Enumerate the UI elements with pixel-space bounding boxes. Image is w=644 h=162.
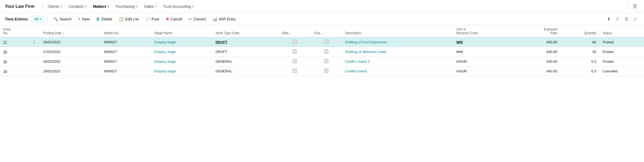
cell-matter-no: M00027 xyxy=(101,66,151,76)
cell-description[interactable]: Drafting of Welcome Letter xyxy=(342,47,453,57)
chargeable-checkbox[interactable] xyxy=(324,59,328,63)
search-icon: 🔍 xyxy=(53,17,58,22)
cell-posting-date: 16/02/2022 xyxy=(40,57,101,66)
cancel-icon: ✕ xyxy=(166,17,169,22)
delete-button[interactable]: 🗑 Delete xyxy=(93,15,115,23)
col-posting-date[interactable]: Posting Date xyxy=(40,25,101,37)
cell-stage-name[interactable]: Enquiry stage xyxy=(151,57,212,66)
cell-entry-no: 35 xyxy=(0,57,29,66)
nav-item-sales[interactable]: Sales ∨ xyxy=(141,3,159,10)
billable-checkbox[interactable] xyxy=(293,59,297,63)
cell-row-menu xyxy=(29,47,40,57)
edit-list-icon: 📋 xyxy=(119,17,124,22)
col-status: Status xyxy=(600,25,644,37)
cell-work-type-code: GENERAL xyxy=(212,66,279,76)
filter-button[interactable]: ▽ xyxy=(614,15,621,23)
expand-button[interactable]: ⤢ xyxy=(631,15,639,23)
cell-posting-date: 18/02/2022 xyxy=(40,37,101,47)
cell-stage-name[interactable]: Enquiry stage xyxy=(151,47,212,57)
cell-unit-measure: MIN xyxy=(453,47,510,57)
cell-chargeable xyxy=(311,37,342,47)
billable-checkbox[interactable] xyxy=(293,40,297,44)
table-row[interactable]: 3617/02/2022M00027Enquiry stageDRAFTDraf… xyxy=(0,47,644,57)
nav-item-contacts[interactable]: Contacts ∨ xyxy=(66,3,89,10)
cell-expected-rate: 640.00 xyxy=(510,57,560,66)
table-row[interactable]: 3516/02/2022M00027Enquiry stageGENERALCo… xyxy=(0,57,644,66)
cell-matter-no: M00027 xyxy=(101,57,151,66)
entry-no-link[interactable]: 37 xyxy=(3,40,7,44)
cell-status: Posted xyxy=(600,37,644,47)
top-nav: Your Law Firm Clients ∨ Contacts ∨ Matte… xyxy=(0,0,644,13)
cell-chargeable xyxy=(311,47,342,57)
cancel-button[interactable]: ✕ Cancel xyxy=(163,15,185,23)
col-work-type-code: Work Type Code xyxy=(212,25,279,37)
entry-no-link[interactable]: 36 xyxy=(3,50,7,54)
cell-unit-measure: MIN xyxy=(453,37,510,47)
col-expected-rate: ExpectedRate xyxy=(510,25,560,37)
cell-chargeable xyxy=(311,66,342,76)
edit-list-button[interactable]: 📋 Edit List xyxy=(116,15,141,23)
cell-quantity: 84 xyxy=(560,37,600,47)
cell-stage-name[interactable]: Enquiry stage xyxy=(151,37,212,47)
columns-button[interactable]: ☰ xyxy=(622,15,630,23)
new-button[interactable]: + New xyxy=(75,15,92,23)
share-button[interactable]: ⬆ xyxy=(605,15,613,23)
cell-status: Posted xyxy=(600,47,644,57)
toolbar-separator xyxy=(47,16,48,23)
chevron-down-icon: ∨ xyxy=(60,5,62,8)
filter-all-button[interactable]: All ∨ xyxy=(31,16,45,23)
cell-matter-no: M00027 xyxy=(101,47,151,57)
columns-icon: ☰ xyxy=(625,17,628,22)
cell-billable xyxy=(279,37,311,47)
entry-no-link[interactable]: 34 xyxy=(3,69,7,73)
cell-stage-name[interactable]: Enquiry stage xyxy=(151,66,212,76)
correct-button[interactable]: ↩ Correct xyxy=(186,15,209,23)
chargeable-checkbox[interactable] xyxy=(324,69,328,73)
cell-work-type-code: DRAFT xyxy=(212,47,279,57)
cell-quantity: 0.3 xyxy=(560,66,600,76)
post-icon: 📄 xyxy=(145,17,150,22)
search-button[interactable]: 🔍 Search xyxy=(50,15,74,23)
cell-unit-measure: HOUR xyxy=(453,66,510,76)
expand-icon: ⤢ xyxy=(633,17,637,22)
cell-quantity: 30 xyxy=(560,47,600,57)
table-row[interactable]: 3416/02/2022M00027Enquiry stageGENERALCo… xyxy=(0,66,644,76)
cell-row-menu xyxy=(29,66,40,76)
cell-description[interactable]: Conflict check 2 xyxy=(342,57,453,66)
nav-item-matters[interactable]: Matters ∨ xyxy=(90,3,112,10)
toolbar: Time Entries: All ∨ 🔍 Search + New 🗑 Del… xyxy=(0,13,644,25)
chargeable-checkbox[interactable] xyxy=(324,40,328,44)
table-row[interactable]: 37⋮18/02/2022M00027Enquiry stageDRAFTDra… xyxy=(0,37,644,47)
chargeable-checkbox[interactable] xyxy=(324,49,328,54)
cell-posting-date: 17/02/2022 xyxy=(40,47,101,57)
nav-item-purchasing[interactable]: Purchasing ∨ xyxy=(113,3,140,10)
col-quantity: Quantity xyxy=(560,25,600,37)
nav-items: Clients ∨ Contacts ∨ Matters ∨ Purchasin… xyxy=(45,3,625,10)
col-description: Description xyxy=(342,25,453,37)
cell-expected-rate: 640.00 xyxy=(510,47,560,57)
hamburger-menu-button[interactable]: ☰ xyxy=(631,2,639,10)
cell-work-type-code: GENERAL xyxy=(212,57,279,66)
wip-icon: 📊 xyxy=(212,17,217,22)
wip-entry-button[interactable]: 📊 WIP Entry xyxy=(210,15,238,23)
time-entries-table: EntryNo. Posting Date Matter No. Stage N… xyxy=(0,25,644,76)
nav-item-clients[interactable]: Clients ∨ xyxy=(45,3,65,10)
chevron-down-icon: ∨ xyxy=(192,5,194,8)
chevron-down-icon: ∨ xyxy=(107,5,109,8)
filter-icon: ▽ xyxy=(616,17,619,22)
correct-icon: ↩ xyxy=(189,17,192,22)
col-chargeable: Cha... xyxy=(311,25,342,37)
post-button[interactable]: 📄 Post xyxy=(143,15,162,23)
row-menu-dots-icon[interactable]: ⋮ xyxy=(32,40,36,44)
cell-matter-no: M00027 xyxy=(101,37,151,47)
chevron-down-icon: ∨ xyxy=(136,5,138,8)
entry-no-link[interactable]: 35 xyxy=(3,59,7,64)
billable-checkbox[interactable] xyxy=(293,49,297,54)
cell-quantity: 0.3 xyxy=(560,57,600,66)
col-dots xyxy=(29,25,40,37)
nav-item-trust-accounting[interactable]: Trust Accounting ∨ xyxy=(160,3,197,10)
cell-description[interactable]: Conflict check xyxy=(342,66,453,76)
cell-description[interactable]: Drafting of Cost Disclosure xyxy=(342,37,453,47)
billable-checkbox[interactable] xyxy=(293,69,297,73)
cell-posting-date: 16/02/2022 xyxy=(40,66,101,76)
